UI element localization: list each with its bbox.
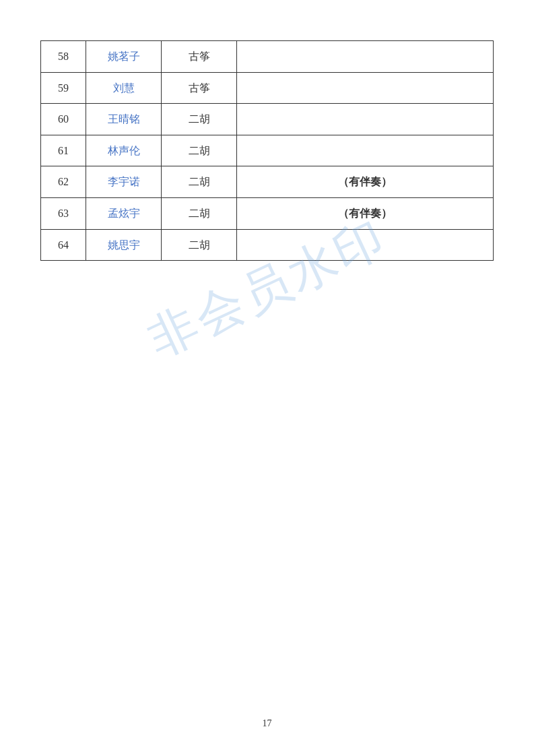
cell-note	[237, 41, 494, 73]
table-row: 58姚茗子古筝	[41, 41, 494, 73]
cell-num: 61	[41, 135, 86, 166]
cell-name: 孟炫宇	[86, 197, 162, 229]
cell-instrument: 二胡	[162, 197, 237, 229]
cell-num: 58	[41, 41, 86, 73]
cell-num: 64	[41, 229, 86, 261]
table-row: 64姚思宇二胡	[41, 229, 494, 261]
main-table: 58姚茗子古筝59刘慧古筝60王晴铭二胡61林声伦二胡62李宇诺二胡（有伴奏）6…	[40, 40, 494, 261]
cell-note: （有伴奏）	[237, 166, 494, 198]
page: 58姚茗子古筝59刘慧古筝60王晴铭二胡61林声伦二胡62李宇诺二胡（有伴奏）6…	[0, 0, 534, 756]
cell-name: 王晴铭	[86, 104, 162, 135]
cell-instrument: 古筝	[162, 72, 237, 104]
cell-num: 63	[41, 197, 86, 229]
cell-num: 59	[41, 72, 86, 104]
cell-note	[237, 135, 494, 166]
cell-num: 62	[41, 166, 86, 198]
cell-note	[237, 229, 494, 261]
table-row: 61林声伦二胡	[41, 135, 494, 166]
cell-instrument: 二胡	[162, 166, 237, 198]
cell-name: 林声伦	[86, 135, 162, 166]
page-number: 17	[263, 718, 272, 729]
cell-instrument: 二胡	[162, 229, 237, 261]
table-row: 60王晴铭二胡	[41, 104, 494, 135]
cell-note	[237, 72, 494, 104]
cell-num: 60	[41, 104, 86, 135]
cell-name: 姚思宇	[86, 229, 162, 261]
cell-instrument: 二胡	[162, 104, 237, 135]
cell-note	[237, 104, 494, 135]
cell-name: 李宇诺	[86, 166, 162, 198]
cell-instrument: 古筝	[162, 41, 237, 73]
cell-note: （有伴奏）	[237, 197, 494, 229]
cell-instrument: 二胡	[162, 135, 237, 166]
cell-name: 姚茗子	[86, 41, 162, 73]
cell-name: 刘慧	[86, 72, 162, 104]
table-row: 62李宇诺二胡（有伴奏）	[41, 166, 494, 198]
table-row: 59刘慧古筝	[41, 72, 494, 104]
table-row: 63孟炫宇二胡（有伴奏）	[41, 197, 494, 229]
table-container: 58姚茗子古筝59刘慧古筝60王晴铭二胡61林声伦二胡62李宇诺二胡（有伴奏）6…	[40, 40, 494, 261]
